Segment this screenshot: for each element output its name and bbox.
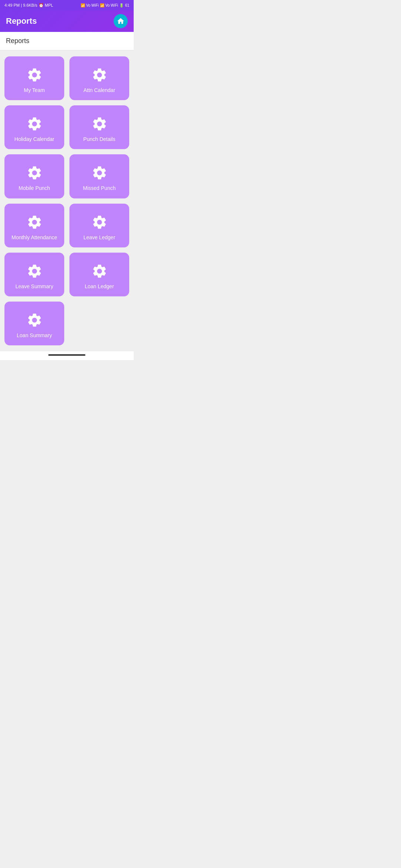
reports-grid: My Team Attn Calendar Holiday Calendar P…	[0, 50, 134, 351]
home-icon	[117, 17, 125, 25]
gear-icon	[26, 116, 43, 132]
home-button[interactable]	[114, 14, 128, 28]
grid-item-label-loan-summary: Loan Summary	[17, 332, 52, 339]
grid-item-label-loan-ledger: Loan Ledger	[85, 283, 114, 290]
grid-item-missed-punch[interactable]: Missed Punch	[69, 154, 129, 198]
grid-item-leave-summary[interactable]: Leave Summary	[4, 253, 64, 296]
grid-item-label-mobile-punch: Mobile Punch	[19, 185, 50, 191]
grid-item-mobile-punch[interactable]: Mobile Punch	[4, 154, 64, 198]
gear-icon	[26, 165, 43, 181]
bottom-pill	[48, 354, 85, 356]
grid-item-label-leave-summary: Leave Summary	[16, 283, 53, 290]
grid-item-loan-ledger[interactable]: Loan Ledger	[69, 253, 129, 296]
gear-icon	[91, 165, 108, 181]
grid-item-monthly-attendance[interactable]: Monthly Attendance	[4, 204, 64, 247]
gear-icon	[26, 263, 43, 279]
grid-item-label-missed-punch: Missed Punch	[83, 185, 116, 191]
grid-item-punch-details[interactable]: Punch Details	[69, 105, 129, 149]
grid-item-holiday-calendar[interactable]: Holiday Calendar	[4, 105, 64, 149]
gear-icon	[91, 67, 108, 83]
bottom-bar	[0, 351, 134, 360]
grid-item-my-team[interactable]: My Team	[4, 56, 64, 100]
gear-icon	[26, 67, 43, 83]
sub-header-title: Reports	[6, 37, 29, 45]
grid-item-label-leave-ledger: Leave Ledger	[84, 234, 115, 241]
grid-item-label-attn-calendar: Attn Calendar	[84, 87, 115, 93]
status-icons: 📶 Vo WiFi 📶 Vo WiFi 🔋61	[81, 3, 129, 7]
gear-icon	[26, 214, 43, 230]
status-bar: 4:49 PM | 9.6KB/s ⏰ MPL 📶 Vo WiFi 📶 Vo W…	[0, 0, 134, 10]
grid-item-label-my-team: My Team	[24, 87, 45, 93]
grid-item-leave-ledger[interactable]: Leave Ledger	[69, 204, 129, 247]
sub-header: Reports	[0, 32, 134, 50]
grid-item-label-monthly-attendance: Monthly Attendance	[12, 234, 57, 241]
gear-icon	[91, 263, 108, 279]
grid-item-attn-calendar[interactable]: Attn Calendar	[69, 56, 129, 100]
grid-item-loan-summary[interactable]: Loan Summary	[4, 302, 64, 345]
gear-icon	[91, 214, 108, 230]
gear-icon	[26, 312, 43, 328]
app-header: Reports	[0, 10, 134, 32]
grid-item-label-punch-details: Punch Details	[83, 136, 115, 142]
gear-icon	[91, 116, 108, 132]
header-title: Reports	[6, 16, 37, 26]
grid-item-label-holiday-calendar: Holiday Calendar	[14, 136, 54, 142]
status-time-network: 4:49 PM | 9.6KB/s ⏰ MPL	[4, 3, 53, 8]
